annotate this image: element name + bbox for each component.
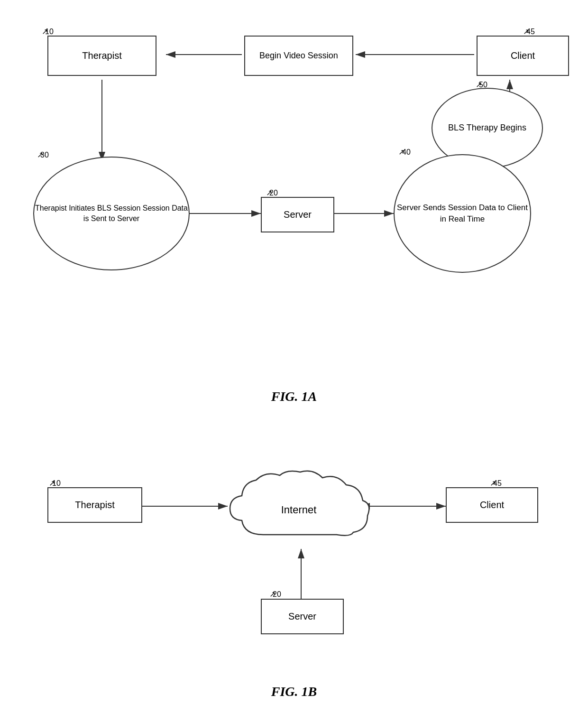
- client-box-1b: Client: [446, 487, 538, 523]
- server-box-1a: Server: [261, 197, 334, 232]
- client-label-1b: Client: [480, 500, 504, 510]
- begin-video-box: Begin Video Session: [244, 36, 353, 76]
- client-box-1a: Client: [477, 36, 569, 76]
- server-label-1b: Server: [288, 611, 316, 622]
- svg-text:Internet: Internet: [281, 504, 317, 516]
- server-label-1a: Server: [284, 209, 312, 220]
- therapist-label-1b: Therapist: [75, 500, 114, 510]
- server-sends-label: Server Sends Session Data to Client in R…: [395, 202, 530, 225]
- cloud-svg: Internet: [225, 468, 372, 554]
- page: Therapist 10 ↗ Begin Video Session Clien…: [0, 0, 588, 714]
- therapist-box: Therapist: [47, 36, 156, 76]
- begin-video-label: Begin Video Session: [259, 50, 338, 61]
- fig1a-label: FIG. 1A: [9, 389, 579, 404]
- internet-cloud: Internet: [225, 468, 372, 554]
- fig1b-diagram: Therapist 10 ↗ Internet Client 45 ↗ Serv…: [9, 456, 579, 694]
- therapist-box-1b: Therapist: [47, 487, 142, 523]
- therapist-initiates-label: Therapist Initiates BLS Session Session …: [34, 203, 189, 224]
- therapist-label: Therapist: [82, 50, 121, 61]
- bls-therapy-label: BLS Therapy Begins: [448, 122, 526, 133]
- server-sends-box: Server Sends Session Data to Client in R…: [394, 154, 531, 273]
- server-box-1b: Server: [261, 599, 344, 634]
- therapist-initiates-box: Therapist Initiates BLS Session Session …: [33, 157, 190, 270]
- client-label-1a: Client: [511, 50, 535, 61]
- fig1a-diagram: Therapist 10 ↗ Begin Video Session Clien…: [9, 9, 579, 380]
